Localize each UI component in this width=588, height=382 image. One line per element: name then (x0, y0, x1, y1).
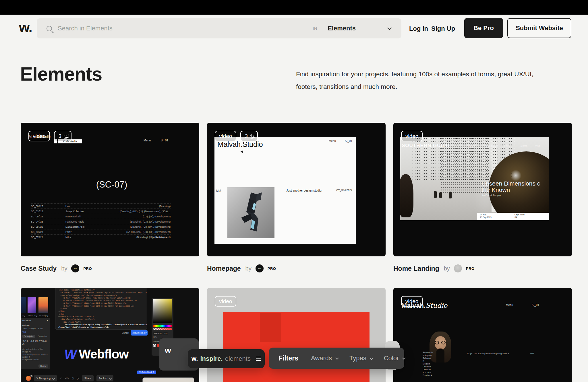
hex-input[interactable]: #FF3C32 (153, 332, 163, 335)
table-row: SC_08©22Natroceutics®(UX), (UI), (Develo… (31, 214, 171, 219)
menu-icon[interactable] (256, 358, 261, 359)
designing-mode-button[interactable]: ✎ Designing (34, 375, 57, 381)
caption-by: by (444, 265, 450, 272)
site-nav-search: Search (520, 145, 527, 147)
code-line: <div class="navigation-container"> (58, 289, 147, 291)
video-badge: video (401, 131, 423, 141)
caption-case-study: Case Study by M./ PRO (21, 263, 92, 274)
social-link: Behance (423, 357, 433, 360)
caption-by: by (61, 265, 67, 272)
delete-button[interactable]: Delete (38, 365, 48, 368)
close-icon[interactable]: ✕ (47, 319, 48, 322)
submit-website-button[interactable]: Submit Website (507, 18, 571, 38)
cursor-icon (241, 151, 244, 154)
table-row: SC_01©23Sunya Collective(Branding), (UX)… (31, 208, 171, 214)
alt-hint: rite a description of this image. Alt (22, 348, 43, 353)
red-input[interactable]: 255 (163, 332, 168, 335)
transparent-swatch[interactable] (153, 344, 156, 347)
card-homepage[interactable]: Malvah.Studio Menu SI_01 M.S Just anothe… (207, 123, 386, 256)
user-avatar[interactable]: 2 (26, 376, 31, 381)
page-description: Find inspiration for your projects, feat… (296, 68, 554, 93)
social-link: LinkedIn (423, 365, 433, 368)
download-zip-button[interactable]: ↓ Download ZIP (131, 330, 148, 336)
search-bar[interactable]: IN Elements (37, 18, 401, 38)
exhibition-location: Cape Town (514, 214, 525, 216)
turtleneck (436, 349, 444, 362)
chevron-down-icon (370, 356, 373, 360)
hue-slider[interactable] (153, 325, 172, 327)
share-button[interactable]: Share (82, 375, 94, 381)
filters-pill[interactable]: Filters Awards Types Color (269, 348, 404, 369)
table-row: SC_04©23Pantheone Audio(Branding), (UX),… (31, 219, 171, 224)
panel-title: set details (22, 319, 32, 322)
video-badge: video (28, 131, 50, 141)
site-logo[interactable]: w. (19, 20, 32, 35)
card-webflow[interactable]: .png swirls.png sunset.jpg set details ✕… (21, 288, 199, 382)
exhibition-title-line1: Unseen Dimensions c (481, 180, 540, 187)
video-badge: video (401, 296, 423, 307)
cancel-button[interactable]: Cancel (122, 332, 129, 334)
comment-icon[interactable]: ⊙ (71, 377, 74, 380)
social-link: Awwwards (423, 351, 433, 354)
social-link: YouTube (423, 371, 433, 374)
webflow-logo: W Webflow (64, 346, 128, 362)
card-malvah-404[interactable]: Malvah.Studio Menu SI_01 Awwwards Instag… (393, 288, 572, 382)
card-case-study[interactable]: video 3 Malvah.Studio Kode Media Menu SI… (21, 123, 199, 256)
be-pro-button[interactable]: Be Pro (464, 18, 503, 38)
hex-label: HEX (153, 336, 157, 338)
check-icon[interactable]: ✓ (60, 377, 62, 380)
site-tagline: Just another design studio. (286, 189, 322, 192)
copy-icon (64, 135, 67, 139)
site-page-id: SI_01 (345, 139, 352, 143)
blackletter-sculpture (238, 191, 264, 234)
login-link[interactable]: Log in (409, 25, 428, 32)
video-badge: video (215, 131, 236, 141)
caption-title[interactable]: Homepage (207, 265, 241, 272)
caption-title[interactable]: Home Landing (393, 265, 439, 272)
visitor-silhouette (439, 192, 442, 198)
tab-decorative[interactable]: Decorative (36, 335, 49, 338)
asset-thumbnail (28, 297, 36, 313)
avatar[interactable] (454, 264, 462, 272)
asset-thumbnail (21, 297, 26, 313)
pro-badge: PRO (268, 266, 276, 271)
site-nav-exhibitions: Exhibitions (486, 145, 498, 147)
social-links: Awwwards Instagram Behance X Medium Link… (423, 351, 433, 377)
signup-link[interactable]: Sign Up (431, 25, 455, 32)
avatar[interactable]: M./ (256, 264, 264, 272)
brand-inspire: inspire. (200, 355, 223, 362)
alpha-slider[interactable] (153, 328, 172, 330)
social-link: Dribbble (423, 368, 433, 371)
glasses-left (435, 341, 439, 344)
chevron-down-icon[interactable] (387, 26, 392, 30)
wall-sculpture (400, 174, 413, 217)
filters-label[interactable]: Filters (278, 354, 298, 362)
smile (438, 347, 443, 349)
site-nav-artists: Artists (468, 145, 475, 147)
tab-descriptive[interactable]: Descriptive (22, 335, 35, 338)
file-name: nset.jpg (22, 324, 48, 326)
site-page-id: SI_01 (161, 139, 168, 142)
asset-filename: .png (21, 314, 25, 316)
card-home-landing[interactable]: SOUTHERN GUILD Artists Exhibitions Fairs… (393, 123, 572, 256)
webflow-wordmark: Webflow (79, 347, 128, 361)
alt-text-link[interactable]: Text (22, 331, 48, 333)
error-message: Oops, not actually sure how you got here… (467, 352, 510, 355)
site-initials: M.S (216, 189, 221, 192)
preview-icon[interactable]: ▷ (77, 377, 79, 380)
caption-title[interactable]: Case Study (21, 265, 57, 272)
search-scope-select[interactable]: Elements (328, 25, 356, 32)
code-icon[interactable]: </> (65, 377, 69, 380)
search-input[interactable] (58, 25, 313, 32)
filter-types[interactable]: Types (349, 354, 372, 362)
publish-button[interactable]: Publish (96, 375, 114, 381)
avatar[interactable]: M./ (71, 264, 79, 272)
saturation-picker[interactable] (153, 299, 172, 323)
filter-color[interactable]: Color (384, 354, 405, 362)
inspire-brand-pill[interactable]: w. inspire. elements (188, 349, 265, 368)
video-badge: video (215, 296, 236, 307)
filter-awards[interactable]: Awards (311, 354, 338, 362)
chevron-down-icon (52, 376, 56, 380)
site-menu-link: Menu (506, 303, 513, 307)
exhibition-info-strip: 04 Aug –23 Sep 2023 Cape TownSA (477, 213, 549, 220)
